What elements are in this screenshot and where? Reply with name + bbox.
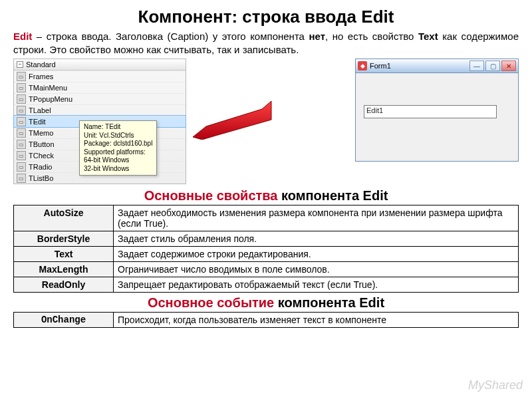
- properties-table: AutoSizeЗадает необходимость изменения р…: [13, 205, 519, 293]
- properties-heading: Основные свойства компонента Edit: [13, 188, 519, 203]
- component-icon: ▭: [17, 106, 26, 115]
- property-name: Text: [14, 247, 114, 262]
- svg-marker-0: [193, 101, 271, 140]
- palette-item-label: TMemo: [29, 129, 53, 137]
- table-row: BorderStyleЗадает стиль обрамления поля.: [14, 231, 519, 247]
- table-row: TextЗадает содержимое строки редактирова…: [14, 247, 519, 262]
- events-heading: Основное событие компонента Edit: [13, 295, 519, 311]
- table-row: MaxLengthОграничивает число вводимых в п…: [14, 262, 519, 277]
- property-name: ReadOnly: [14, 277, 114, 293]
- palette-item: ▭TMainMenu: [14, 82, 186, 93]
- component-icon: ▭: [17, 117, 26, 126]
- event-desc: Происходит, когда пользователь изменяет …: [114, 313, 519, 328]
- form-titlebar: ◆ Form1 — ▢ ✕: [356, 59, 518, 73]
- palette-item-label: TMainMenu: [29, 84, 67, 92]
- component-icon: ▭: [17, 140, 26, 149]
- property-name: AutoSize: [14, 205, 114, 231]
- property-desc: Задает необходимость изменения размера к…: [114, 205, 519, 231]
- page-title: Компонент: строка ввода Edit: [13, 7, 519, 27]
- form-title: Form1: [370, 62, 391, 70]
- minimize-icon: —: [469, 61, 484, 71]
- component-icon: ▭: [17, 94, 26, 104]
- palette-header: − Standard: [14, 59, 186, 70]
- component-icon: ▭: [17, 174, 26, 183]
- component-icon: ▭: [17, 162, 26, 172]
- component-icon: ▭: [17, 128, 26, 138]
- palette-item-label: TPopupMenu: [29, 95, 72, 103]
- collapse-icon: −: [17, 61, 23, 68]
- watermark: MyShared: [468, 378, 523, 392]
- component-tooltip: Name: TEdit Unit: Vcl.StdCtrls Package: …: [79, 120, 157, 176]
- events-table: OnChangeПроисходит, когда пользователь и…: [13, 312, 519, 328]
- palette-item-label: TButton: [29, 140, 55, 148]
- intro-paragraph: Edit – строка ввода. Заголовка (Caption)…: [13, 30, 519, 56]
- table-row: ReadOnlyЗапрещает редактировать отобража…: [14, 277, 519, 293]
- component-palette: − Standard ▭Frames▭TMainMenu▭TPopupMenu▭…: [13, 59, 186, 184]
- palette-item-label: Frames: [29, 72, 53, 80]
- property-desc: Задает содержимое строки редактирования.: [114, 247, 519, 262]
- property-desc: Задает стиль обрамления поля.: [114, 231, 519, 247]
- maximize-icon: ▢: [485, 61, 500, 71]
- palette-item-label: TCheck: [29, 152, 54, 160]
- form-design-surface: Edit1: [356, 73, 518, 161]
- intro-lead: Edit: [13, 31, 32, 42]
- palette-item: ▭Frames: [14, 70, 186, 82]
- event-name: OnChange: [14, 313, 114, 328]
- edit-control: Edit1: [364, 105, 497, 118]
- table-row: AutoSizeЗадает необходимость изменения р…: [14, 205, 519, 231]
- property-name: BorderStyle: [14, 231, 114, 247]
- palette-item: ▭TLabel: [14, 104, 186, 116]
- property-desc: Запрещает редактировать отображаемый тек…: [114, 277, 519, 293]
- component-icon: ▭: [17, 72, 26, 81]
- close-icon: ✕: [501, 61, 516, 71]
- property-desc: Ограничивает число вводимых в поле симво…: [114, 262, 519, 277]
- palette-item-label: TRadio: [29, 163, 52, 171]
- table-row: OnChangeПроисходит, когда пользователь и…: [14, 313, 519, 328]
- component-icon: ▭: [17, 151, 26, 160]
- palette-item-label: TEdit: [29, 118, 46, 126]
- form-app-icon: ◆: [358, 61, 367, 70]
- palette-item-label: TListBo: [29, 174, 53, 182]
- palette-item-label: TLabel: [29, 106, 51, 114]
- designer-form-window: ◆ Form1 — ▢ ✕ Edit1: [355, 59, 519, 162]
- palette-item: ▭TPopupMenu: [14, 93, 186, 104]
- component-icon: ▭: [17, 83, 26, 92]
- pointer-arrow-icon: [193, 100, 273, 140]
- property-name: MaxLength: [14, 262, 114, 277]
